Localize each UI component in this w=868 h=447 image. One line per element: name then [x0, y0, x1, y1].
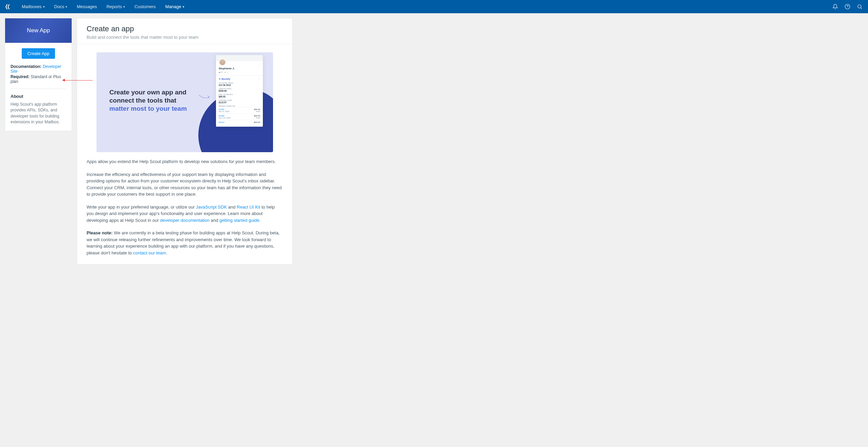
svg-line-3	[861, 8, 862, 9]
help-icon[interactable]	[844, 4, 850, 10]
react-ui-kit-link[interactable]: React UI Kit	[237, 204, 260, 210]
about-heading: About	[11, 94, 66, 99]
js-sdk-link[interactable]: JavaScript SDK	[196, 204, 227, 210]
page-title: Create an app	[87, 24, 283, 33]
nav-mailboxes[interactable]: Mailboxes▾	[17, 0, 50, 13]
top-nav: Mailboxes▾ Docs▾ Messages Reports▾ Custo…	[0, 0, 868, 13]
create-app-button[interactable]: Create App	[22, 48, 55, 59]
para-4: Please note: We are currently in a beta …	[87, 230, 283, 256]
hero-arrow-icon	[198, 94, 211, 101]
para-3: Write your app in your preferred languag…	[87, 204, 283, 224]
contact-team-link[interactable]: contact our team	[133, 250, 166, 255]
order-row: #1060Nov 18, 2021$34.99Paid	[219, 113, 260, 120]
chevron-down-icon: ▾	[43, 5, 45, 8]
para-1: Apps allow you extend the Help Scout pla…	[87, 158, 283, 165]
para-2: Increase the efficiency and effectivenes…	[87, 171, 283, 198]
hero-line2: connect the tools that	[109, 96, 198, 105]
dev-docs-link[interactable]: developer documentation	[160, 218, 210, 223]
bell-icon[interactable]	[832, 4, 838, 10]
order-row: #1214$34.99	[219, 120, 260, 124]
doc-line: Documentation: Developer Site	[11, 64, 66, 74]
hero-line1: Create your own app and	[109, 88, 198, 96]
hero-line3: matter most to your team	[109, 105, 198, 113]
hero-card: Stephanie J. ◉in✦◌ ⋮ ✦ Mockify ⋮ Custome…	[216, 55, 263, 127]
card-app-name: ✦ Mockify	[219, 78, 230, 80]
nav-docs[interactable]: Docs▾	[50, 0, 72, 13]
avatar	[219, 58, 226, 66]
kebab-icon: ⋮	[258, 78, 261, 80]
logo-icon[interactable]	[5, 4, 12, 10]
annotation-arrow	[62, 79, 93, 82]
social-icons: ◉in✦◌	[219, 71, 260, 73]
nav-reports[interactable]: Reports▾	[102, 0, 130, 13]
kebab-icon: ⋮	[258, 64, 261, 65]
chevron-down-icon: ▾	[183, 5, 184, 8]
main-panel: Create an app Build and connect the tool…	[77, 18, 293, 265]
chevron-down-icon: ▾	[123, 5, 125, 8]
req-line: Required: Standard or Plus plan	[11, 74, 66, 84]
divider	[11, 89, 66, 89]
svg-point-2	[857, 5, 861, 8]
nav-customers[interactable]: Customers	[130, 0, 161, 13]
chevron-down-icon: ▾	[66, 5, 67, 8]
page-subtitle: Build and connect the tools that matter …	[87, 35, 283, 40]
nav-manage[interactable]: Manage▾	[161, 0, 189, 13]
search-icon[interactable]	[856, 4, 863, 10]
sidebar: New App Create App Documentation: Develo…	[5, 18, 72, 131]
nav-messages[interactable]: Messages	[72, 0, 102, 13]
sidebar-title: New App	[5, 18, 72, 43]
hero-illustration: Create your own app and connect the tool…	[96, 52, 273, 152]
about-text: Help Scout's app platform provides APIs,…	[11, 102, 66, 125]
order-row: #1363Dec 3, 2021$34.99Paid	[219, 107, 260, 113]
card-name: Stephanie J.	[219, 67, 260, 70]
getting-started-link[interactable]: getting started guide	[219, 218, 259, 223]
